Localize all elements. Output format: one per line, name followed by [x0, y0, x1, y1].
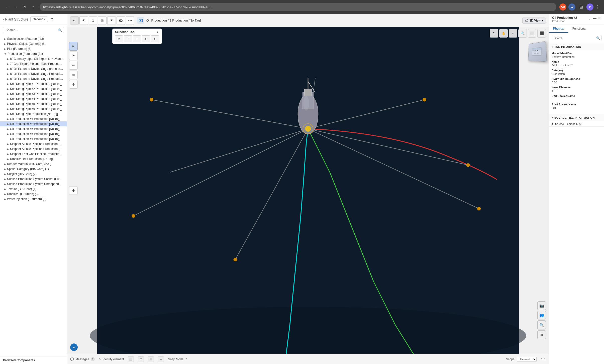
tree-item-prod-19[interactable]: ▶ Sleipner A Loke Pipeline Production [N…	[0, 146, 67, 151]
measure-tool-button[interactable]: ⊞	[69, 71, 78, 79]
ext-profile-icon[interactable]: P	[586, 4, 593, 11]
eye-tool-button[interactable]: 👁	[107, 16, 116, 25]
address-bar[interactable]: https://plantsightvisualizer.bentley.com…	[40, 3, 556, 11]
tree-item-prod-8[interactable]: ▶ Drill String Pipe #3 Production [No Ta…	[0, 91, 67, 96]
3d-view-button[interactable]: 3D View ▾	[522, 18, 546, 24]
tag-information-section-header[interactable]: ▾ TAG INFORMATION	[549, 43, 604, 50]
browser-menu-icon[interactable]: ⋮	[595, 4, 600, 10]
sel-add-button[interactable]: ⊕	[142, 35, 150, 42]
zoom-in-button[interactable]: 🔍	[537, 321, 546, 329]
pan-tool-button[interactable]: ✋	[499, 29, 508, 38]
tree-item-prod-16[interactable]: ▶ Oil Production #5 Production [No Tag]	[0, 131, 67, 136]
tree-item-prod-12[interactable]: ▶ Drill String Pipe Production [No Tag]	[0, 111, 67, 116]
scope-select[interactable]: Element Model Category	[517, 357, 537, 362]
sel-line-button[interactable]: /	[124, 35, 132, 42]
tree-item-prod-6[interactable]: ▶ Drill String Pipe #1 Production [No Ta…	[0, 81, 67, 86]
hierarchy-button[interactable]: ⊞	[537, 330, 546, 339]
zoom-tool-button[interactable]: 🔍	[518, 29, 527, 38]
tree-item-prod-20[interactable]: ▶ Sleipner East Gas Pipeline Production …	[0, 151, 67, 156]
sidebar-search-input[interactable]	[3, 27, 64, 33]
ext-abp-icon[interactable]: AB	[559, 4, 566, 11]
pen-icon-button[interactable]: ✏	[148, 356, 154, 362]
panel-minimize-icon[interactable]: ▬	[593, 16, 596, 20]
home-button[interactable]: ⌂	[30, 4, 37, 11]
rotate-tool-button[interactable]: ↻	[490, 29, 498, 38]
tree-item-subsea-unmapped[interactable]: ▶ Subsea Production System Unmapped Asse…	[0, 181, 67, 187]
view-cube-button[interactable]: ⬛	[537, 29, 546, 38]
sel-diamond-button[interactable]: ◇	[115, 35, 123, 42]
tree-item-water-injection[interactable]: ▶ Water Injection (Futureon) (3)	[0, 197, 67, 202]
tree-item-render-material[interactable]: ▶ Render Material (BIS Core) (200)	[0, 161, 67, 166]
tree-item-gas-injection[interactable]: ▶ Gas Injection (Futureon) (3)	[0, 36, 67, 41]
section-plane-button[interactable]: ⚙	[69, 186, 78, 195]
tree-item-physical-object[interactable]: ▶ Physical Object (Generic) (8)	[0, 41, 67, 46]
reload-button[interactable]: ↻	[21, 4, 28, 11]
tree-chevron-icon: ▶	[7, 88, 9, 90]
sidebar-settings-icon[interactable]: ⚙	[50, 17, 54, 21]
tree-item-subsea-socket[interactable]: ▶ Subsea Production System Socket (Futur…	[0, 176, 67, 181]
tree-item-prod-14[interactable]: ▶ Oil Production #2 Production [No Tag]	[0, 121, 67, 126]
tab-physical[interactable]: Physical	[549, 25, 568, 33]
identify-item[interactable]: ↖ Identify element	[99, 357, 124, 361]
tree-item-prod-18[interactable]: ▶ Sleipner A Loke Pipeline Production [N…	[0, 141, 67, 146]
image-tool-button[interactable]: 🖼	[117, 16, 125, 25]
forward-button[interactable]: →	[13, 4, 20, 11]
tree-item-prod-7[interactable]: ▶ Drill String Pipe #2 Production [No Ta…	[0, 86, 67, 91]
toolbar-left-group: ↖ 👁 ⊘ ⊞ 👁 🖼 •••	[70, 16, 134, 25]
sphere-icon-button[interactable]: ○	[158, 356, 164, 362]
tree-item-subject[interactable]: ▶ Subject (BIS Core) (2)	[0, 171, 67, 176]
source-element-id-item[interactable]: ▶ Source Element ID (2)	[549, 121, 604, 126]
ext-shield-icon[interactable]: 🛡	[568, 4, 575, 11]
browser-extensions: AB 🛡 ⊞ P ⋮	[559, 4, 600, 11]
tree-item-prod-1[interactable]: ▶ 8" Catenary pipe, Oil Export to Navion…	[0, 56, 67, 61]
bentley-logo: B	[70, 343, 78, 351]
tree-item-plet[interactable]: ▶ Plet (Futureon) (8)	[0, 46, 67, 51]
camera-button[interactable]: 📷	[537, 301, 546, 310]
tab-functional[interactable]: Functional	[568, 25, 590, 33]
snap-icon-button[interactable]: ⬜	[128, 356, 134, 362]
panel-more-icon[interactable]: ⋮	[588, 16, 591, 20]
tree-item-umbilical[interactable]: ▶ Umbilical (Futureon) (3)	[0, 192, 67, 197]
tree-item-prod-5[interactable]: ▶ 8" Oil Export to Navion Saga Productio…	[0, 76, 67, 81]
flag-tool-button[interactable]: ⚑	[69, 52, 78, 60]
section-tool-button[interactable]: ⊘	[69, 80, 78, 89]
sel-remove-button[interactable]: ⊖	[151, 35, 159, 42]
markup-tool-button[interactable]: ⊘	[89, 16, 97, 25]
tree-item-prod-15[interactable]: ▶ Oil Production #5 Production [No Tag]	[0, 126, 67, 131]
orbit-tool-button[interactable]: ○	[509, 29, 517, 38]
panel-search-input[interactable]	[552, 35, 601, 41]
tree-item-prod-21[interactable]: ▶ Umbilical #1 Production [No Tag]	[0, 156, 67, 161]
edit-tool-button[interactable]: ✏	[69, 61, 78, 70]
sel-rect-button[interactable]: □	[133, 35, 141, 42]
select-tool-button[interactable]: ↖	[70, 16, 79, 25]
ext-puzzle-icon[interactable]: ⊞	[577, 4, 584, 11]
tree-item-texture[interactable]: ▶ Texture (BIS Core) (1)	[0, 187, 67, 192]
navigation-cube[interactable]: TOP FRONT	[527, 42, 546, 61]
panel-close-icon[interactable]: ✕	[598, 16, 601, 20]
fit-view-button[interactable]: ⬜	[528, 29, 536, 38]
plant-structure-dropdown[interactable]: Generic ▾	[30, 17, 48, 22]
viewport-canvas[interactable]: ↖ ⚑ ✏ ⊞ ⊘ Selection Tool ▲ ◇ / □ ⊕ ⊖	[67, 27, 549, 354]
tree-item-spatial-category[interactable]: ▶ Spatial Category (BIS Core) (7)	[0, 166, 67, 171]
person-view-button[interactable]: 👥	[537, 311, 546, 319]
grid-tool-button[interactable]: ⊞	[98, 16, 107, 25]
source-file-section-header[interactable]: ▾ SOURCE FILE INFORMATION	[549, 114, 604, 121]
selection-tool-close-icon[interactable]: ▲	[156, 30, 159, 34]
view-tool-button[interactable]: 👁	[79, 16, 88, 25]
tree-item-prod-11[interactable]: ▶ Drill String Pipe #6 Production [No Ta…	[0, 106, 67, 111]
tree-item-prod-17[interactable]: Oil Production #1 Production [No Tag]	[0, 136, 67, 141]
back-button[interactable]: ←	[4, 4, 11, 11]
snap-mode-item: Snap Mode ↗	[168, 357, 187, 361]
tree-item-prod-10[interactable]: ▶ Drill String Pipe #5 Production [No Ta…	[0, 101, 67, 106]
tree-item-prod-13[interactable]: ▶ Oil Production #1 Production [No Tag]	[0, 116, 67, 121]
tree-item-prod-4[interactable]: ▶ 8" Oil Export to Navion Saga Productio…	[0, 71, 67, 76]
tree-item-production[interactable]: ▼ Production (Futureon) (21)	[0, 51, 67, 56]
tree-item-prod-9[interactable]: ▶ Drill String Pipe #4 Production [No Ta…	[0, 96, 67, 101]
more-tools-button[interactable]: •••	[126, 16, 134, 25]
svg-point-23	[477, 207, 481, 211]
tree-item-prod-3[interactable]: ▶ 8" Oil Export to Navion Saga (trenched…	[0, 66, 67, 71]
tree-item-prod-2[interactable]: ▶ 7" Gas Export Sleipner East Production…	[0, 61, 67, 66]
layer-icon-button[interactable]: ⊞	[138, 356, 144, 362]
sidebar-back-button[interactable]: ‹ Plant Structure	[3, 17, 28, 21]
arrow-tool-button[interactable]: ↖	[69, 42, 78, 51]
